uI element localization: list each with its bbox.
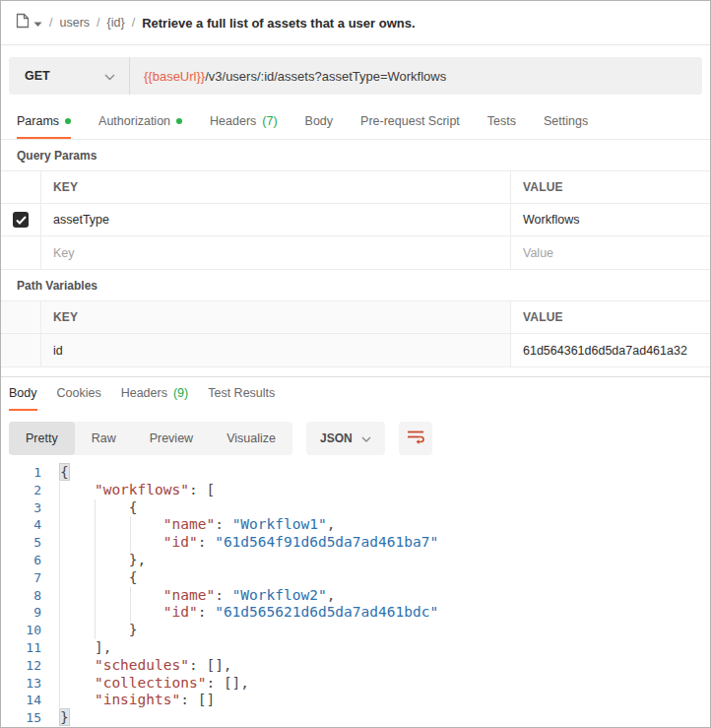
chevron-down-icon xyxy=(33,14,42,32)
response-toolbar: Pretty Raw Preview Visualize JSON xyxy=(9,421,702,456)
tab-authorization-label: Authorization xyxy=(98,114,170,128)
method-label: GET xyxy=(25,69,50,83)
line-number: 6 xyxy=(1,552,41,569)
indent-guide xyxy=(59,482,60,709)
response-body-editor[interactable]: 1{2 "workflows": [3 {4 "name": "Workflow… xyxy=(1,456,710,727)
path-variables-heading: Path Variables xyxy=(1,270,710,300)
code-line: 13 "collections": [], xyxy=(1,675,710,693)
tab-prerequest-script[interactable]: Pre-request Script xyxy=(360,114,460,139)
line-number: 7 xyxy=(1,569,41,587)
tab-params[interactable]: Params xyxy=(17,114,71,139)
code-text: "name": "Workflow1", xyxy=(41,516,335,534)
code-line: 10 } xyxy=(1,622,710,639)
value-column-header: VALUE xyxy=(510,171,710,203)
view-raw-button[interactable]: Raw xyxy=(75,422,133,455)
line-number: 10 xyxy=(1,622,41,639)
param-enabled-checkbox[interactable] xyxy=(13,212,29,228)
path-variable-value-input[interactable]: 61d564361d6d5da7ad461a32 xyxy=(510,334,710,366)
view-pretty-button[interactable]: Pretty xyxy=(9,422,75,455)
tab-authorization[interactable]: Authorization xyxy=(98,114,182,139)
code-line: 9 "id": "61d565621d6d5da7ad461bdc" xyxy=(1,604,710,622)
tab-params-label: Params xyxy=(17,114,59,128)
table-row: id 61d564361d6d5da7ad461a32 xyxy=(1,334,710,366)
param-value-input-placeholder[interactable]: Value xyxy=(510,236,710,269)
param-key-input-placeholder[interactable]: Key xyxy=(40,236,510,269)
request-url-bar: GET {{baseUrl}}/v3/users/:id/assets?asse… xyxy=(9,57,702,95)
value-column-header: VALUE xyxy=(510,301,710,333)
indent-guide xyxy=(130,516,131,552)
code-line: 15} xyxy=(1,709,710,727)
code-line: 4 "name": "Workflow1", xyxy=(1,516,710,534)
headers-count-badge: (7) xyxy=(262,114,277,128)
language-label: JSON xyxy=(320,431,353,445)
document-icon xyxy=(15,13,31,33)
request-title: Retrieve a full list of assets that a us… xyxy=(142,16,415,31)
language-dropdown[interactable]: JSON xyxy=(306,422,385,455)
code-line: 1{ xyxy=(1,464,710,482)
url-path: /v3/users/:id/assets?assetType=Workflows xyxy=(205,69,446,84)
path-variables-table: KEY VALUE id 61d564361d6d5da7ad461a32 xyxy=(1,300,710,367)
view-preview-button[interactable]: Preview xyxy=(133,422,210,455)
response-tab-test-results-label: Test Results xyxy=(208,386,275,400)
line-number: 2 xyxy=(1,482,41,499)
line-number: 3 xyxy=(1,499,41,517)
wrap-text-button[interactable] xyxy=(399,422,432,455)
checkbox-column-header xyxy=(1,301,40,333)
response-headers-count-badge: (9) xyxy=(173,386,188,400)
line-number: 11 xyxy=(1,639,41,657)
code-text: "collections": [], xyxy=(41,675,249,693)
view-visualize-button[interactable]: Visualize xyxy=(210,422,292,455)
code-text: { xyxy=(41,569,138,587)
response-tab-cookies[interactable]: Cookies xyxy=(57,386,101,411)
code-text: } xyxy=(41,622,138,639)
response-tab-body[interactable]: Body xyxy=(9,386,37,411)
code-line: 7 { xyxy=(1,569,710,587)
table-row-empty: Key Value xyxy=(1,236,710,269)
table-row: assetType Workflows xyxy=(1,204,710,236)
response-tab-headers[interactable]: Headers(9) xyxy=(121,386,189,411)
code-line: 6 }, xyxy=(1,552,710,569)
code-text: "name": "Workflow2", xyxy=(41,587,335,605)
param-value-input[interactable]: Workflows xyxy=(510,204,710,235)
line-number: 9 xyxy=(1,604,41,622)
line-number: 1 xyxy=(1,464,41,482)
path-variable-key: id xyxy=(40,334,510,366)
url-input[interactable]: {{baseUrl}}/v3/users/:id/assets?assetTyp… xyxy=(130,69,702,84)
wrap-text-icon xyxy=(407,430,424,448)
response-tab-cookies-label: Cookies xyxy=(57,386,101,400)
line-number: 8 xyxy=(1,587,41,605)
breadcrumb: / users / {id} / Retrieve a full list of… xyxy=(1,1,710,45)
pane-separator[interactable] xyxy=(1,367,710,377)
breadcrumb-item-users[interactable]: users xyxy=(59,16,90,30)
code-line: 2 "workflows": [ xyxy=(1,482,710,499)
table-header-row: KEY VALUE xyxy=(1,171,710,204)
response-tab-test-results[interactable]: Test Results xyxy=(208,386,275,411)
query-params-table: KEY VALUE assetType Workflows Key Value xyxy=(1,170,710,270)
breadcrumb-separator: / xyxy=(97,16,99,30)
table-header-row: KEY VALUE xyxy=(1,301,710,334)
param-key-input[interactable]: assetType xyxy=(40,204,510,235)
tab-settings[interactable]: Settings xyxy=(544,114,588,139)
response-tabs: Body Cookies Headers(9) Test Results xyxy=(1,377,710,411)
code-line: 5 "id": "61d564f91d6d5da7ad461ba7" xyxy=(1,534,710,552)
code-text: "id": "61d565621d6d5da7ad461bdc" xyxy=(41,604,438,622)
method-dropdown[interactable]: GET xyxy=(9,57,129,95)
indent-guide xyxy=(95,499,96,639)
code-text: { xyxy=(41,464,69,482)
postman-request-window: / users / {id} / Retrieve a full list of… xyxy=(0,0,711,728)
code-text: "insights": [] xyxy=(41,692,215,709)
response-tab-body-label: Body xyxy=(9,386,37,400)
code-lines: 1{2 "workflows": [3 {4 "name": "Workflow… xyxy=(1,464,710,727)
tab-tests[interactable]: Tests xyxy=(487,114,516,139)
code-text: "workflows": [ xyxy=(41,482,215,499)
tab-body[interactable]: Body xyxy=(305,114,334,139)
query-params-heading: Query Params xyxy=(1,140,710,170)
breadcrumb-item-id[interactable]: {id} xyxy=(107,16,125,30)
tab-headers[interactable]: Headers(7) xyxy=(210,114,278,139)
request-type-selector[interactable] xyxy=(15,13,42,33)
code-text: "id": "61d564f91d6d5da7ad461ba7" xyxy=(41,534,438,552)
code-text: "schedules": [], xyxy=(41,657,232,675)
code-line: 3 { xyxy=(1,499,710,517)
response-tab-headers-label: Headers xyxy=(121,386,167,400)
code-line: 12 "schedules": [], xyxy=(1,657,710,675)
